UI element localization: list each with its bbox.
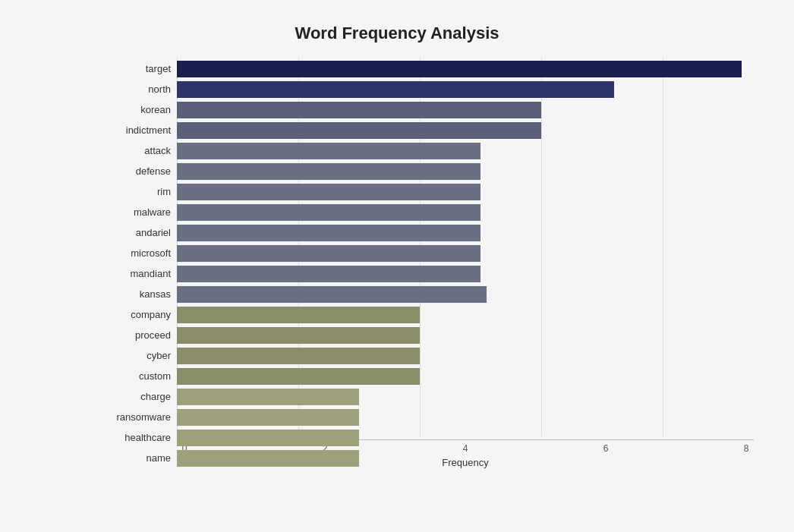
bar-fill [177, 409, 359, 426]
bar-fill [177, 450, 359, 467]
bar-label: north [105, 83, 177, 95]
bar-fill [177, 61, 742, 77]
bar-row: defense [177, 162, 754, 181]
bar-fill [177, 245, 480, 262]
bar-row: cyber [177, 347, 754, 365]
bar-label: attack [105, 145, 177, 156]
bar-row: korean [177, 101, 754, 119]
bar-label: rim [105, 186, 177, 197]
bar-fill [177, 225, 480, 241]
bar-label: ransomware [105, 411, 177, 423]
plot-area: targetnorthkoreanindictmentattackdefense… [177, 57, 754, 436]
bar-fill [177, 286, 487, 303]
bar-label: andariel [105, 227, 177, 238]
bar-label: defense [105, 165, 177, 177]
bar-fill [177, 327, 420, 344]
bar-row: malware [177, 203, 754, 222]
chart-container: Word Frequency Analysis targetnorthkorea… [17, 8, 777, 524]
bar-label: target [105, 63, 177, 74]
bar-row: proceed [177, 326, 754, 345]
bar-label: charge [105, 391, 177, 402]
bar-fill [177, 204, 480, 221]
bar-row: north [177, 80, 754, 99]
bar-row: charge [177, 388, 754, 406]
bar-fill [177, 307, 420, 323]
bar-fill [177, 122, 541, 139]
bar-label: kansas [105, 288, 177, 300]
bar-label: mandiant [105, 268, 177, 279]
bar-row: attack [177, 142, 754, 160]
bar-row: ransomware [177, 408, 754, 427]
bar-label: healthcare [105, 432, 177, 443]
bar-fill [177, 266, 480, 282]
bar-label: proceed [105, 329, 177, 341]
bar-row: custom [177, 367, 754, 386]
bar-row: rim [177, 183, 754, 201]
bar-row: andariel [177, 224, 754, 242]
bar-fill [177, 102, 541, 118]
bar-row: company [177, 306, 754, 324]
bar-fill [177, 348, 420, 364]
bar-row: healthcare [177, 429, 754, 447]
bar-row: indictment [177, 121, 754, 140]
bars-container: targetnorthkoreanindictmentattackdefense… [177, 57, 754, 467]
bar-fill [177, 81, 614, 98]
bar-label: custom [105, 370, 177, 382]
bar-label: korean [105, 104, 177, 115]
bar-fill [177, 184, 480, 200]
bar-row: mandiant [177, 265, 754, 283]
bar-label: indictment [105, 124, 177, 136]
bar-label: cyber [105, 350, 177, 361]
bar-label: name [105, 452, 177, 464]
bar-fill [177, 430, 359, 446]
bar-row: kansas [177, 285, 754, 304]
bar-fill [177, 143, 480, 159]
bar-row: microsoft [177, 244, 754, 263]
bar-row: name [177, 449, 754, 467]
chart-title: Word Frequency Analysis [40, 24, 754, 43]
bar-label: malware [105, 206, 177, 218]
bar-fill [177, 163, 480, 180]
bar-fill [177, 389, 359, 405]
bar-fill [177, 368, 420, 385]
bar-label: company [105, 309, 177, 320]
bar-row: target [177, 60, 754, 78]
bar-label: microsoft [105, 247, 177, 259]
